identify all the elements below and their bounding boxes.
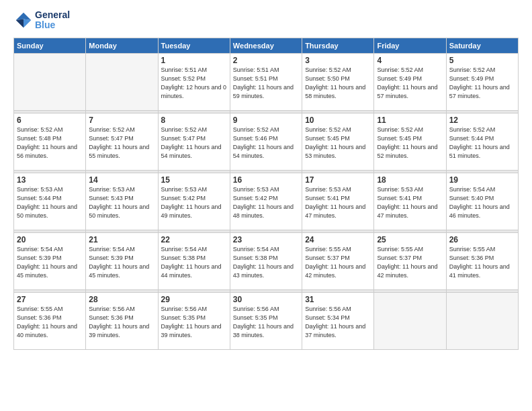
calendar-cell: 11Sunrise: 5:52 AMSunset: 5:45 PMDayligh…	[374, 113, 446, 170]
day-info: Sunrise: 5:52 AMSunset: 5:49 PMDaylight:…	[377, 66, 443, 101]
svg-marker-2	[16, 19, 24, 28]
day-header-wednesday: Wednesday	[230, 38, 302, 53]
day-info: Sunrise: 5:54 AMSunset: 5:39 PMDaylight:…	[17, 245, 83, 280]
calendar-cell: 4Sunrise: 5:52 AMSunset: 5:49 PMDaylight…	[374, 53, 446, 110]
day-number: 10	[305, 116, 371, 125]
calendar-cell: 15Sunrise: 5:53 AMSunset: 5:42 PMDayligh…	[158, 173, 230, 230]
calendar-cell: 6Sunrise: 5:52 AMSunset: 5:48 PMDaylight…	[14, 113, 86, 170]
calendar-cell: 21Sunrise: 5:54 AMSunset: 5:39 PMDayligh…	[86, 232, 158, 289]
day-info: Sunrise: 5:56 AMSunset: 5:36 PMDaylight:…	[89, 305, 154, 340]
calendar-cell: 22Sunrise: 5:54 AMSunset: 5:38 PMDayligh…	[158, 232, 230, 289]
day-number: 24	[305, 235, 371, 244]
day-info: Sunrise: 5:52 AMSunset: 5:47 PMDaylight:…	[161, 126, 227, 161]
calendar-cell	[374, 292, 446, 349]
calendar-cell: 10Sunrise: 5:52 AMSunset: 5:45 PMDayligh…	[302, 113, 374, 170]
calendar-body: 1Sunrise: 5:51 AMSunset: 5:52 PMDaylight…	[14, 53, 519, 349]
calendar-cell: 26Sunrise: 5:55 AMSunset: 5:36 PMDayligh…	[446, 232, 518, 289]
calendar-week-3: 13Sunrise: 5:53 AMSunset: 5:44 PMDayligh…	[14, 173, 519, 230]
logo-text-line2: Blue	[35, 20, 70, 30]
calendar-cell: 27Sunrise: 5:55 AMSunset: 5:36 PMDayligh…	[14, 292, 86, 349]
calendar-cell: 1Sunrise: 5:51 AMSunset: 5:52 PMDaylight…	[158, 53, 230, 110]
day-info: Sunrise: 5:54 AMSunset: 5:39 PMDaylight:…	[89, 245, 154, 280]
day-number: 3	[305, 56, 371, 65]
calendar-week-4: 20Sunrise: 5:54 AMSunset: 5:39 PMDayligh…	[14, 232, 519, 289]
calendar-cell: 14Sunrise: 5:53 AMSunset: 5:43 PMDayligh…	[86, 173, 158, 230]
calendar-cell: 19Sunrise: 5:54 AMSunset: 5:40 PMDayligh…	[446, 173, 518, 230]
day-info: Sunrise: 5:52 AMSunset: 5:45 PMDaylight:…	[305, 126, 371, 161]
day-info: Sunrise: 5:54 AMSunset: 5:38 PMDaylight:…	[161, 245, 227, 280]
day-info: Sunrise: 5:56 AMSunset: 5:35 PMDaylight:…	[233, 305, 299, 340]
day-number: 18	[377, 175, 443, 185]
day-number: 19	[449, 175, 515, 185]
day-info: Sunrise: 5:56 AMSunset: 5:34 PMDaylight:…	[305, 305, 371, 340]
day-info: Sunrise: 5:51 AMSunset: 5:51 PMDaylight:…	[233, 66, 299, 101]
day-number: 21	[89, 235, 154, 244]
day-number: 30	[233, 295, 299, 304]
header: General Blue	[13, 10, 519, 31]
calendar-cell: 18Sunrise: 5:53 AMSunset: 5:41 PMDayligh…	[374, 173, 446, 230]
page: General Blue SundayMondayTuesdayWednesda…	[0, 0, 532, 411]
day-info: Sunrise: 5:56 AMSunset: 5:35 PMDaylight:…	[161, 305, 227, 340]
day-info: Sunrise: 5:55 AMSunset: 5:37 PMDaylight:…	[377, 245, 443, 280]
day-number: 23	[233, 235, 299, 244]
calendar-cell: 9Sunrise: 5:52 AMSunset: 5:46 PMDaylight…	[230, 113, 302, 170]
day-number: 29	[161, 295, 227, 304]
calendar-cell: 25Sunrise: 5:55 AMSunset: 5:37 PMDayligh…	[374, 232, 446, 289]
calendar-cell: 29Sunrise: 5:56 AMSunset: 5:35 PMDayligh…	[158, 292, 230, 349]
day-info: Sunrise: 5:55 AMSunset: 5:36 PMDaylight:…	[449, 245, 515, 280]
day-info: Sunrise: 5:52 AMSunset: 5:48 PMDaylight:…	[17, 126, 83, 161]
day-info: Sunrise: 5:53 AMSunset: 5:42 PMDaylight:…	[161, 185, 227, 220]
logo: General Blue	[13, 10, 70, 31]
day-number: 31	[305, 295, 371, 304]
day-info: Sunrise: 5:53 AMSunset: 5:41 PMDaylight:…	[305, 185, 371, 220]
day-info: Sunrise: 5:53 AMSunset: 5:44 PMDaylight:…	[17, 185, 83, 220]
day-info: Sunrise: 5:52 AMSunset: 5:46 PMDaylight:…	[233, 126, 299, 161]
day-number: 22	[161, 235, 227, 244]
calendar-cell: 5Sunrise: 5:52 AMSunset: 5:49 PMDaylight…	[446, 53, 518, 110]
day-header-thursday: Thursday	[302, 38, 374, 53]
calendar-cell	[14, 53, 86, 110]
day-number: 12	[449, 116, 515, 125]
day-number: 27	[17, 295, 83, 304]
day-number: 15	[161, 175, 227, 185]
day-info: Sunrise: 5:52 AMSunset: 5:47 PMDaylight:…	[89, 126, 154, 161]
calendar-cell: 2Sunrise: 5:51 AMSunset: 5:51 PMDaylight…	[230, 53, 302, 110]
calendar-week-5: 27Sunrise: 5:55 AMSunset: 5:36 PMDayligh…	[14, 292, 519, 349]
calendar-header-row: SundayMondayTuesdayWednesdayThursdayFrid…	[14, 38, 519, 53]
calendar-table: SundayMondayTuesdayWednesdayThursdayFrid…	[13, 38, 519, 350]
day-info: Sunrise: 5:55 AMSunset: 5:37 PMDaylight:…	[305, 245, 371, 280]
calendar-cell: 23Sunrise: 5:54 AMSunset: 5:38 PMDayligh…	[230, 232, 302, 289]
calendar-cell: 24Sunrise: 5:55 AMSunset: 5:37 PMDayligh…	[302, 232, 374, 289]
day-info: Sunrise: 5:52 AMSunset: 5:45 PMDaylight:…	[377, 126, 443, 161]
calendar-cell: 3Sunrise: 5:52 AMSunset: 5:50 PMDaylight…	[302, 53, 374, 110]
day-header-friday: Friday	[374, 38, 446, 53]
day-header-sunday: Sunday	[14, 38, 86, 53]
day-info: Sunrise: 5:53 AMSunset: 5:42 PMDaylight:…	[233, 185, 299, 220]
logo-text-line1: General	[35, 10, 70, 20]
day-number: 25	[377, 235, 443, 244]
day-info: Sunrise: 5:51 AMSunset: 5:52 PMDaylight:…	[161, 66, 227, 101]
day-number: 14	[89, 175, 154, 185]
calendar-cell: 12Sunrise: 5:52 AMSunset: 5:44 PMDayligh…	[446, 113, 518, 170]
calendar-cell: 31Sunrise: 5:56 AMSunset: 5:34 PMDayligh…	[302, 292, 374, 349]
calendar-cell: 30Sunrise: 5:56 AMSunset: 5:35 PMDayligh…	[230, 292, 302, 349]
calendar-cell: 8Sunrise: 5:52 AMSunset: 5:47 PMDaylight…	[158, 113, 230, 170]
day-number: 6	[17, 116, 83, 125]
calendar-cell: 20Sunrise: 5:54 AMSunset: 5:39 PMDayligh…	[14, 232, 86, 289]
day-number: 13	[17, 175, 83, 185]
day-info: Sunrise: 5:54 AMSunset: 5:40 PMDaylight:…	[449, 185, 515, 220]
day-number: 8	[161, 116, 227, 125]
day-number: 2	[233, 56, 299, 65]
calendar-cell: 28Sunrise: 5:56 AMSunset: 5:36 PMDayligh…	[86, 292, 158, 349]
day-header-saturday: Saturday	[446, 38, 518, 53]
calendar-cell: 13Sunrise: 5:53 AMSunset: 5:44 PMDayligh…	[14, 173, 86, 230]
day-number: 17	[305, 175, 371, 185]
day-number: 16	[233, 175, 299, 185]
calendar-cell	[446, 292, 518, 349]
day-number: 28	[89, 295, 154, 304]
svg-marker-0	[16, 13, 32, 20]
calendar-cell: 16Sunrise: 5:53 AMSunset: 5:42 PMDayligh…	[230, 173, 302, 230]
calendar-cell: 7Sunrise: 5:52 AMSunset: 5:47 PMDaylight…	[86, 113, 158, 170]
day-number: 5	[449, 56, 515, 65]
calendar-cell	[86, 53, 158, 110]
